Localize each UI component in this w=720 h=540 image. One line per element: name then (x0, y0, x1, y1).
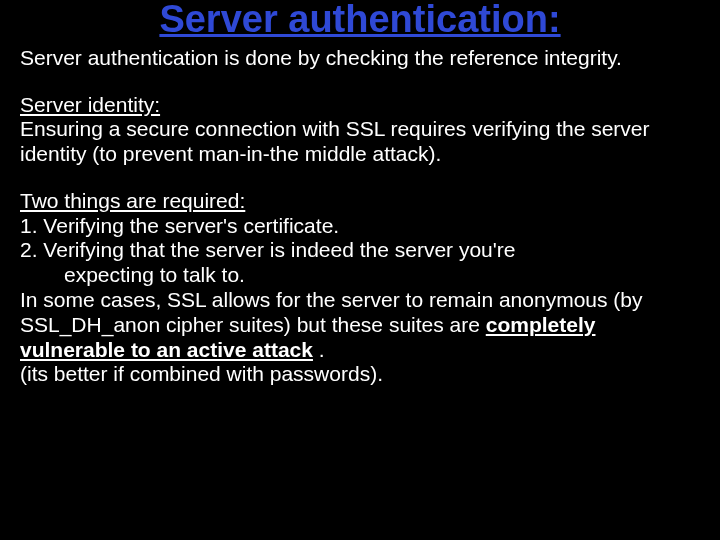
slide-title: Server authentication: (20, 0, 700, 40)
closing-line: (its better if combined with passwords). (20, 362, 383, 385)
requirement-2-line2: expecting to talk to. (20, 263, 700, 288)
intro-paragraph: Server authentication is done by checkin… (20, 46, 700, 71)
server-identity-heading: Server identity: (20, 93, 160, 116)
server-identity-body: Ensuring a secure connection with SSL re… (20, 117, 650, 165)
server-identity-paragraph: Server identity: Ensuring a secure conne… (20, 93, 700, 167)
requirement-1: 1. Verifying the server's certificate. (20, 214, 339, 237)
note-post: . (313, 338, 325, 361)
slide: Server authentication: Server authentica… (0, 0, 720, 540)
slide-body: Server authentication is done by checkin… (20, 46, 700, 387)
requirements-paragraph: Two things are required: 1. Verifying th… (20, 189, 700, 387)
requirement-2-line1: 2. Verifying that the server is indeed t… (20, 238, 515, 261)
requirements-heading: Two things are required: (20, 189, 245, 212)
